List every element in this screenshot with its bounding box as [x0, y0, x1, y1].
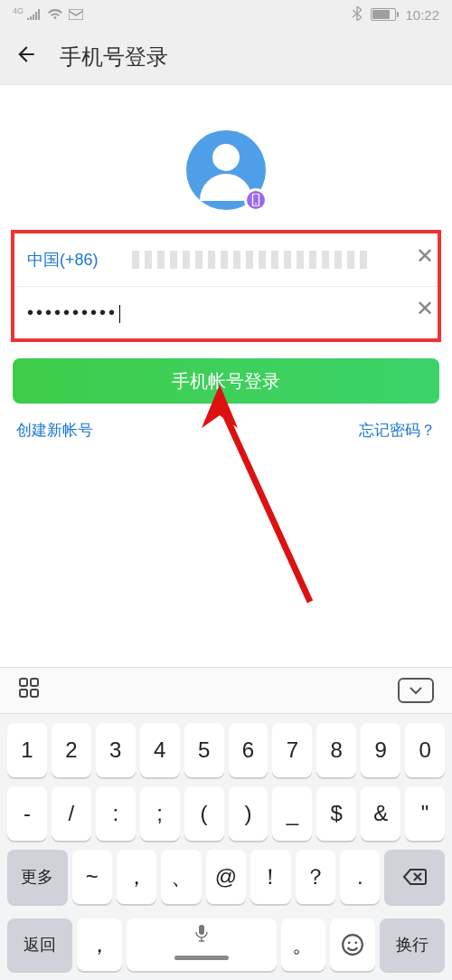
forgot-password-link[interactable]: 忘记密码？: [359, 420, 436, 441]
status-time: 10:22: [405, 7, 439, 23]
network-label: 4G: [13, 6, 24, 15]
svg-rect-8: [199, 925, 204, 935]
phone-row[interactable]: 中国(+86): [14, 233, 438, 286]
country-code-selector[interactable]: 中国(+86): [14, 249, 132, 271]
key-dash[interactable]: -: [7, 786, 47, 841]
key-dollar[interactable]: $: [316, 786, 356, 841]
svg-rect-4: [20, 679, 27, 686]
svg-rect-7: [31, 690, 38, 697]
key-tilde[interactable]: ~: [72, 850, 112, 904]
page-title: 手机号登录: [60, 43, 168, 71]
keyboard-apps-icon[interactable]: [18, 677, 40, 704]
keyboard-row-1: 1 2 3 4 5 6 7 8 9 0: [5, 723, 447, 777]
content: 中国(+86) •••••••••• ✕ ✕ 手机帐号登录 创建新帐号 忘记密码…: [0, 85, 452, 441]
svg-point-2: [255, 204, 257, 205]
keyboard: 1 2 3 4 5 6 7 8 9 0 - / : ; ( ) _ $ & " …: [0, 667, 452, 980]
status-bar: 4G 10:22: [0, 0, 452, 29]
key-comma2[interactable]: ，: [77, 918, 122, 971]
password-input[interactable]: ••••••••••: [14, 302, 380, 323]
avatar: [186, 130, 266, 210]
svg-point-11: [355, 941, 358, 944]
key-rparen[interactable]: ): [229, 786, 268, 841]
key-8[interactable]: 8: [316, 723, 356, 777]
key-semicolon[interactable]: ;: [140, 786, 180, 841]
keyboard-bottom-row: 返回 ， 。 换行: [0, 918, 452, 980]
key-0[interactable]: 0: [405, 723, 445, 777]
message-icon: [69, 7, 83, 23]
key-comma-cn[interactable]: ，: [117, 850, 156, 904]
svg-rect-0: [69, 9, 83, 20]
key-ques-cn[interactable]: ？: [296, 850, 335, 904]
clear-password-icon[interactable]: ✕: [398, 282, 452, 335]
clear-phone-icon[interactable]: ✕: [398, 230, 452, 282]
svg-point-10: [348, 941, 351, 944]
password-row[interactable]: ••••••••••: [14, 286, 438, 338]
svg-rect-5: [31, 679, 38, 686]
key-7[interactable]: 7: [272, 723, 312, 777]
key-at[interactable]: @: [206, 850, 246, 904]
key-more[interactable]: 更多: [7, 850, 68, 904]
battery-icon: [371, 8, 396, 21]
key-excl-cn[interactable]: ！: [250, 850, 290, 904]
create-account-link[interactable]: 创建新帐号: [16, 420, 93, 441]
key-lparen[interactable]: (: [184, 786, 224, 841]
key-quote[interactable]: ": [405, 786, 445, 841]
back-icon[interactable]: [14, 43, 38, 71]
key-3[interactable]: 3: [96, 723, 136, 777]
key-period[interactable]: .: [340, 850, 380, 904]
phone-input-masked[interactable]: [132, 251, 371, 269]
key-colon[interactable]: :: [96, 786, 136, 841]
login-form-highlight: 中国(+86) ••••••••••: [11, 230, 441, 342]
backspace-icon: [402, 868, 428, 886]
wifi-icon: [47, 7, 63, 23]
svg-point-9: [343, 935, 363, 955]
key-backspace[interactable]: [384, 850, 445, 904]
key-6[interactable]: 6: [229, 723, 268, 777]
keyboard-row-2: - / : ; ( ) _ $ & ": [5, 786, 447, 841]
key-period-cn[interactable]: 。: [281, 918, 326, 971]
key-space[interactable]: [127, 918, 277, 971]
phone-badge-icon: [244, 188, 268, 212]
login-button[interactable]: 手机帐号登录: [13, 358, 439, 404]
key-9[interactable]: 9: [361, 723, 400, 777]
emoji-icon: [341, 933, 364, 956]
key-underscore[interactable]: _: [272, 786, 312, 841]
key-emoji[interactable]: [330, 918, 375, 971]
key-1[interactable]: 1: [7, 723, 47, 777]
keyboard-row-3: 更多 ~ ， 、 @ ！ ？ .: [5, 850, 447, 904]
keyboard-collapse-icon[interactable]: [398, 678, 434, 703]
key-amp[interactable]: &: [361, 786, 400, 841]
key-newline[interactable]: 换行: [380, 918, 445, 971]
mic-icon: [195, 924, 208, 947]
key-2[interactable]: 2: [52, 723, 91, 777]
key-slash[interactable]: /: [52, 786, 91, 841]
key-return[interactable]: 返回: [7, 918, 72, 971]
svg-rect-6: [20, 690, 27, 697]
key-4[interactable]: 4: [140, 723, 180, 777]
key-enum[interactable]: 、: [161, 850, 201, 904]
header: 手机号登录: [0, 29, 452, 85]
key-5[interactable]: 5: [184, 723, 224, 777]
bluetooth-icon: [353, 6, 362, 24]
signal-icon: [27, 7, 42, 23]
